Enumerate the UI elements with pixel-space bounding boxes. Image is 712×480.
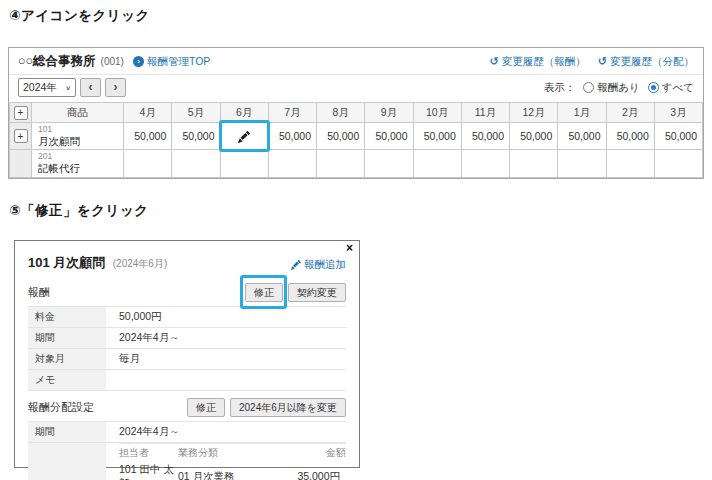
office-code: (001) bbox=[101, 56, 124, 67]
detail-column-header: 担当者 bbox=[119, 444, 178, 461]
dialog-period: (2024年6月) bbox=[113, 258, 167, 269]
product-column-header: 商品 bbox=[32, 103, 124, 123]
amount-cell[interactable]: 50,000 bbox=[317, 123, 365, 150]
fee-section-bar: 報酬 修正 契約変更 bbox=[28, 282, 346, 302]
change-history-allocation-link[interactable]: ↺ 変更履歴（分配） bbox=[598, 55, 694, 69]
close-icon[interactable]: × bbox=[346, 242, 353, 254]
amount-cell[interactable] bbox=[365, 150, 413, 177]
highlight-box: 修正 bbox=[245, 282, 283, 302]
fee-section-label: 報酬 bbox=[28, 285, 50, 302]
amount-cell[interactable] bbox=[461, 150, 509, 177]
field-value: 2024年4月～ bbox=[106, 328, 346, 349]
expand-row-cell bbox=[10, 150, 32, 177]
month-column-header: 11月 bbox=[461, 103, 509, 123]
amount-cell[interactable]: 50,000 bbox=[268, 123, 316, 150]
month-column-header: 9月 bbox=[365, 103, 413, 123]
amount-cell[interactable]: 50,000 bbox=[606, 123, 654, 150]
table-row: メモ bbox=[28, 370, 346, 391]
field-value: 毎月 bbox=[106, 349, 346, 370]
amount-cell[interactable] bbox=[317, 150, 365, 177]
month-column-header: 7月 bbox=[268, 103, 316, 123]
expand-row-button[interactable]: + bbox=[14, 129, 28, 143]
radio-show-all[interactable]: すべて bbox=[648, 81, 694, 95]
allocation-row: 101 田中 太郎01 月次業務35,000円 bbox=[119, 460, 346, 480]
amount-cell[interactable] bbox=[124, 150, 172, 177]
amount-cell[interactable]: 50,000 bbox=[172, 123, 220, 150]
amount-cell: 35,000円 bbox=[268, 460, 346, 480]
edit-icon-cell[interactable] bbox=[220, 123, 268, 150]
product-code: 201 bbox=[38, 152, 117, 162]
product-cell: 201記帳代行 bbox=[32, 150, 124, 177]
fee-grid-table: +商品4月5月6月7月8月9月10月11月12月1月2月3月 +101月次顧問5… bbox=[9, 102, 703, 178]
arrow-circle-icon: › bbox=[133, 56, 144, 67]
fee-management-top-link[interactable]: › 報酬管理TOP bbox=[133, 55, 210, 69]
field-label: 料金 bbox=[28, 307, 106, 328]
month-column-header: 6月 bbox=[220, 103, 268, 123]
amount-cell[interactable]: 50,000 bbox=[558, 123, 606, 150]
add-fee-link[interactable]: 報酬追加 bbox=[291, 258, 346, 272]
radio-unchecked-icon bbox=[583, 82, 594, 93]
product-row: +101月次顧問50,00050,00050,00050,00050,00050… bbox=[10, 123, 703, 150]
change-after-june-button[interactable]: 2024年6月以降を変更 bbox=[230, 398, 346, 417]
detail-header-row: 担当者業務分類金額 bbox=[119, 444, 346, 461]
amount-cell[interactable]: 50,000 bbox=[510, 123, 558, 150]
product-code: 101 bbox=[38, 125, 117, 135]
month-column-header: 1月 bbox=[558, 103, 606, 123]
amount-cell[interactable] bbox=[510, 150, 558, 177]
office-name: ○○総合事務所 bbox=[18, 53, 96, 70]
amount-cell[interactable] bbox=[172, 150, 220, 177]
expand-all-button[interactable]: + bbox=[14, 106, 28, 120]
field-label: 対象月 bbox=[28, 349, 106, 370]
history-icon: ↺ bbox=[490, 56, 499, 67]
amount-cell[interactable]: 50,000 bbox=[413, 123, 461, 150]
contract-change-button[interactable]: 契約変更 bbox=[288, 283, 346, 302]
next-year-button[interactable]: › bbox=[105, 78, 126, 97]
amount-cell[interactable] bbox=[220, 150, 268, 177]
detail-column-header: 業務分類 bbox=[178, 444, 268, 461]
expand-row-cell: + bbox=[10, 123, 32, 150]
detail-column-header: 金額 bbox=[268, 444, 346, 461]
display-label: 表示： bbox=[544, 81, 576, 95]
amount-cell[interactable]: 50,000 bbox=[124, 123, 172, 150]
amount-cell[interactable]: 50,000 bbox=[461, 123, 509, 150]
fee-detail-dialog: × 101 月次顧問 (2024年6月) 報酬追加 報酬 修正 契約変更 料金5… bbox=[14, 240, 360, 468]
amount-cell[interactable] bbox=[558, 150, 606, 177]
edit-allocation-button[interactable]: 修正 bbox=[187, 398, 225, 417]
month-column-header: 2月 bbox=[606, 103, 654, 123]
product-row: 201記帳代行 bbox=[10, 150, 703, 177]
allocation-detail-table: 担当者業務分類金額101 田中 太郎01 月次業務35,000円102 鈴木 花… bbox=[119, 443, 346, 480]
history-icon: ↺ bbox=[598, 56, 607, 67]
table-row: 料金50,000円 bbox=[28, 307, 346, 328]
step4-title: ④アイコンをクリック bbox=[9, 7, 150, 25]
edit-pencil-icon[interactable] bbox=[238, 131, 250, 143]
period-value: 2024年4月～ bbox=[106, 422, 346, 443]
year-select[interactable]: 2024年 ∨ bbox=[18, 78, 76, 97]
edit-fee-button[interactable]: 修正 bbox=[245, 283, 283, 302]
amount-cell[interactable] bbox=[606, 150, 654, 177]
amount-cell[interactable]: 50,000 bbox=[654, 123, 702, 150]
panel-toolbar: 2024年 ∨ ‹ › 表示： 報酬あり すべて bbox=[9, 75, 703, 102]
radio-fee-only[interactable]: 報酬あり bbox=[583, 81, 640, 95]
field-value bbox=[106, 370, 346, 391]
change-history-fee-link[interactable]: ↺ 変更履歴（報酬） bbox=[490, 55, 586, 69]
month-column-header: 10月 bbox=[413, 103, 461, 123]
chevron-down-icon: ∨ bbox=[65, 84, 71, 91]
field-label: メモ bbox=[28, 370, 106, 391]
staff-cell: 101 田中 太郎 bbox=[119, 460, 178, 480]
product-name: 月次顧問 bbox=[38, 135, 117, 148]
allocation-section-bar: 報酬分配設定 修正 2024年6月以降を変更 bbox=[28, 398, 346, 417]
amount-cell[interactable]: 50,000 bbox=[365, 123, 413, 150]
field-label: 期間 bbox=[28, 328, 106, 349]
prev-year-button[interactable]: ‹ bbox=[80, 78, 101, 97]
amount-cell[interactable] bbox=[413, 150, 461, 177]
table-row: 対象月毎月 bbox=[28, 349, 346, 370]
month-column-header: 12月 bbox=[510, 103, 558, 123]
pencil-icon bbox=[291, 260, 301, 270]
amount-cell[interactable] bbox=[268, 150, 316, 177]
dialog-title: 101 月次顧問 bbox=[28, 255, 105, 270]
field-value: 50,000円 bbox=[106, 307, 346, 328]
table-row: 報酬分配設定 担当者業務分類金額101 田中 太郎01 月次業務35,000円1… bbox=[28, 443, 346, 480]
fee-detail-table: 料金50,000円期間2024年4月～対象月毎月メモ bbox=[28, 306, 346, 391]
amount-cell[interactable] bbox=[654, 150, 702, 177]
month-column-header: 3月 bbox=[654, 103, 702, 123]
